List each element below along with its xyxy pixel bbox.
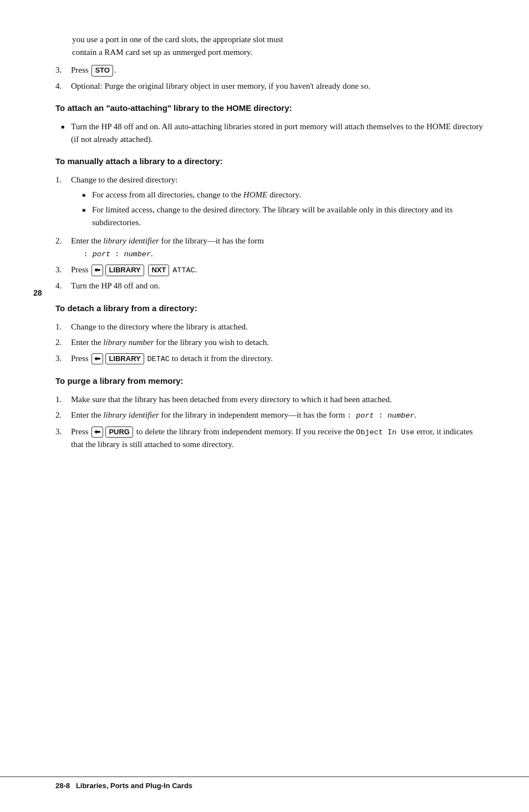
s2-step1-text: Change to the desired directory:: [71, 175, 177, 184]
s3-step3-press: Press: [71, 354, 89, 363]
section4-heading: To purge a library from memory:: [55, 375, 485, 387]
footer: 28-8 Libraries, Ports and Plug-In Cards: [0, 777, 529, 790]
s4-step3-press: Press: [71, 427, 89, 436]
s2-step4-text: Turn the HP 48 off and on.: [71, 280, 160, 292]
bullet-icon: ■: [61, 120, 71, 145]
s2-sub-bullets: ■ For access from all directories, chang…: [82, 189, 485, 229]
intro-step3: 3. Press STO.: [55, 64, 485, 77]
object-in-use-text: Object In Use: [356, 428, 414, 437]
section2-steps: 1. Change to the desired directory: ■ Fo…: [55, 174, 485, 292]
section3-steps: 1. Change to the directory where the lib…: [55, 321, 485, 365]
sub-bullet-icon2: ■: [82, 204, 92, 229]
section2-step2: 2. Enter the library identifier for the …: [55, 235, 485, 260]
sub-bullet-icon1: ■: [82, 189, 92, 201]
s4-step3-mid: to delete the library from independent m…: [136, 427, 354, 436]
section2-step1: 1. Change to the desired directory: ■ Fo…: [55, 174, 485, 231]
step3-press: Press: [71, 65, 89, 74]
library-key2: LIBRARY: [105, 353, 144, 364]
s2-step2-content: Enter the library identifier for the lib…: [71, 235, 264, 260]
intro-step4: 4. Optional: Purge the original library …: [55, 80, 485, 93]
section1-bullet1: ■ Turn the HP 48 off and on. All auto-at…: [61, 120, 485, 145]
s2-step1-num: 1.: [55, 174, 71, 231]
left-arrow-key1: ⬅: [91, 265, 103, 276]
s3-step2-num: 2.: [55, 336, 71, 349]
page: you use a port in one of the card slots,…: [0, 0, 529, 812]
s2-sub2: ■ For limited access, change to the desi…: [82, 204, 485, 229]
intro-steps: 3. Press STO. 4. Optional: Purge the ori…: [55, 64, 485, 92]
intro-line2: contain a RAM card set up as unmerged po…: [72, 48, 252, 57]
s2-step3-press: Press: [71, 265, 89, 274]
s4-step2-num: 2.: [55, 409, 71, 422]
section4-step1: 1. Make sure that the library has been d…: [55, 393, 485, 406]
s2-sub2-text: For limited access, change to the desire…: [92, 204, 485, 229]
purg-key: PURG: [105, 427, 133, 438]
section1-bullets: ■ Turn the HP 48 off and on. All auto-at…: [55, 120, 485, 145]
footer-page-ref: 28-8: [55, 781, 70, 790]
section2-heading: To manually attach a library to a direct…: [55, 155, 485, 167]
sto-key: STO: [91, 65, 113, 76]
s4-step3-content: Press ⬅PURG to delete the library from i…: [71, 425, 485, 451]
section1-heading: To attach an "auto-attaching" library to…: [55, 102, 485, 114]
s3-step1-text: Change to the directory where the librar…: [71, 321, 248, 333]
detac-text: DETAC: [147, 355, 170, 363]
section4-step3: 3. Press ⬅PURG to delete the library fro…: [55, 425, 485, 451]
s3-step2-content: Enter the library number for the library…: [71, 336, 269, 349]
left-arrow-key2: ⬅: [91, 353, 103, 364]
s3-step1-num: 1.: [55, 321, 71, 333]
footer-title: Libraries, Ports and Plug-In Cards: [76, 781, 192, 790]
s2-step4-num: 4.: [55, 280, 71, 292]
nxt-key: NXT: [148, 265, 169, 276]
s2-step3-num: 3.: [55, 263, 71, 276]
attac-text: ATTAC: [172, 266, 195, 275]
s4-step2-content: Enter the library identifier for the lib…: [71, 409, 416, 422]
step4-text: Optional: Purge the original library obj…: [71, 80, 370, 93]
footer-text: 28-8 Libraries, Ports and Plug-In Cards: [55, 781, 192, 790]
s2-step1-content: Change to the desired directory: ■ For a…: [71, 174, 485, 231]
section4-steps: 1. Make sure that the library has been d…: [55, 393, 485, 451]
s3-step3-num: 3.: [55, 352, 71, 365]
s2-step2-num: 2.: [55, 235, 71, 260]
left-arrow-key3: ⬅: [91, 427, 103, 438]
section3-step3: 3. Press ⬅LIBRARY DETAC to detach it fro…: [55, 352, 485, 365]
intro-line1: you use a port in one of the card slots,…: [72, 35, 283, 44]
section4-step2: 2. Enter the library identifier for the …: [55, 409, 485, 422]
s2-sub1: ■ For access from all directories, chang…: [82, 189, 485, 201]
section3-heading: To detach a library from a directory:: [55, 302, 485, 314]
step4-num: 4.: [55, 80, 71, 93]
s3-step3-post: to detach it from the directory.: [172, 354, 273, 363]
step3-content: Press STO.: [71, 64, 116, 77]
s3-step3-content: Press ⬅LIBRARY DETAC to detach it from t…: [71, 352, 273, 365]
s4-step1-num: 1.: [55, 393, 71, 406]
intro-text: you use a port in one of the card slots,…: [72, 33, 485, 58]
form-colon1: :: [84, 250, 93, 258]
step3-num: 3.: [55, 64, 71, 77]
s4-step1-text: Make sure that the library has been deta…: [71, 393, 392, 406]
section3-step2: 2. Enter the library number for the libr…: [55, 336, 485, 349]
library-key1: LIBRARY: [105, 265, 144, 276]
s2-sub1-text: For access from all directories, change …: [92, 189, 301, 201]
s4-step3-num: 3.: [55, 425, 71, 451]
section2-step4: 4. Turn the HP 48 off and on.: [55, 280, 485, 292]
section1-bullet-text: Turn the HP 48 off and on. All auto-atta…: [71, 120, 485, 145]
section3-step1: 1. Change to the directory where the lib…: [55, 321, 485, 333]
page-number-left: 28: [33, 288, 42, 297]
section2-step3: 3. Press ⬅LIBRARY NXT ATTAC.: [55, 263, 485, 276]
s2-step3-content: Press ⬅LIBRARY NXT ATTAC.: [71, 263, 197, 276]
